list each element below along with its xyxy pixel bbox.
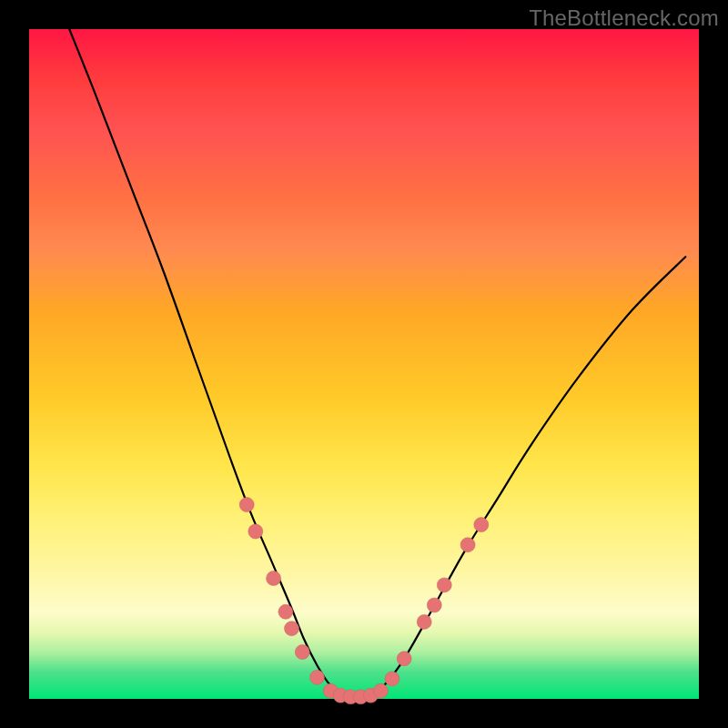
curve-marker xyxy=(310,670,325,684)
watermark-text: TheBottleneck.com xyxy=(529,5,719,31)
curve-marker xyxy=(295,645,309,660)
curve-marker xyxy=(373,683,388,698)
bottleneck-curve xyxy=(69,29,685,698)
chart-svg xyxy=(29,29,699,699)
curve-marker xyxy=(267,571,281,586)
chart-frame: TheBottleneck.com xyxy=(0,0,728,728)
curve-marker xyxy=(427,598,441,612)
curve-marker xyxy=(460,538,475,552)
curve-marker xyxy=(285,622,299,636)
curve-marker xyxy=(474,518,489,532)
curve-marker xyxy=(239,498,254,512)
curve-marker xyxy=(278,604,293,619)
curve-markers xyxy=(239,498,489,704)
curve-marker xyxy=(397,652,411,666)
curve-marker xyxy=(385,672,399,686)
curve-marker xyxy=(437,578,451,592)
curve-marker xyxy=(248,524,263,539)
curve-marker xyxy=(417,614,431,629)
